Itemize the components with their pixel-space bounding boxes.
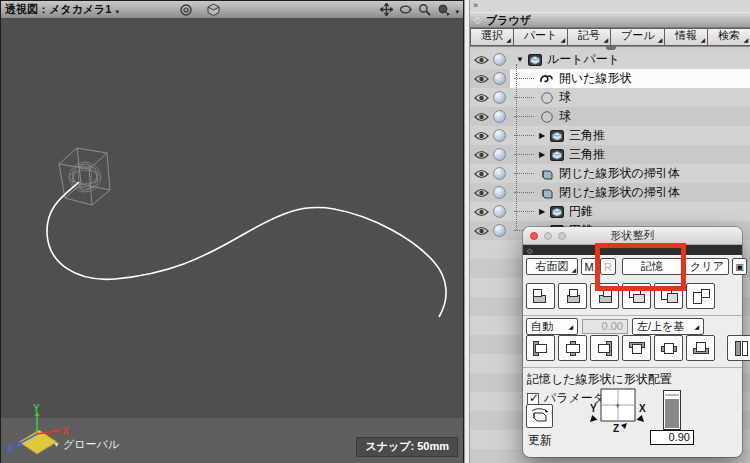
- expand-arrow-icon[interactable]: [536, 131, 548, 140]
- menu-button[interactable]: 記号 ◢: [567, 28, 610, 46]
- menu-button[interactable]: 選択 ◢: [470, 28, 513, 46]
- render-toggle-ball[interactable]: [493, 186, 506, 199]
- menu-dropdown-icon: ◢: [701, 36, 706, 43]
- tree-item-label[interactable]: 球: [559, 89, 571, 106]
- snap-status-badge: スナップ: 50mm: [356, 437, 458, 457]
- tree-row[interactable]: 三角推: [470, 145, 750, 164]
- tree-item-label[interactable]: 三角推: [569, 127, 605, 144]
- alignment-button[interactable]: [558, 283, 587, 309]
- visibility-eye-icon[interactable]: [474, 150, 493, 160]
- pan-tool-icon[interactable]: [379, 3, 393, 17]
- alignment-button[interactable]: [686, 283, 715, 309]
- place-on-curve-button[interactable]: [526, 404, 553, 428]
- browser-panel-title: ブラウザ: [486, 13, 531, 28]
- tree-item-label[interactable]: 球: [559, 108, 571, 125]
- tree-row[interactable]: 開いた線形状: [470, 69, 750, 88]
- distribute-button[interactable]: [590, 335, 619, 361]
- wireframe-cube[interactable]: [59, 148, 110, 205]
- panel-dock-button[interactable]: ▣: [732, 258, 747, 275]
- tree-row[interactable]: ルートパート: [470, 50, 750, 69]
- tree-item-label[interactable]: 開いた線形状: [559, 70, 632, 87]
- render-toggle-ball[interactable]: [493, 91, 506, 104]
- offset-value-field[interactable]: 0.00: [582, 319, 628, 334]
- distribute-button[interactable]: [686, 335, 715, 361]
- distribute-button[interactable]: [727, 335, 750, 361]
- rotate-tool-icon[interactable]: [398, 3, 412, 17]
- render-toggle-ball[interactable]: [493, 53, 506, 66]
- expand-arrow-icon[interactable]: [536, 207, 548, 216]
- update-label[interactable]: 更新: [528, 432, 552, 449]
- tree-row[interactable]: 円錐: [470, 202, 750, 221]
- browser-panel-header[interactable]: ◇ ブラウザ: [470, 12, 750, 28]
- axis-plane-selector[interactable]: + Y X Z: [585, 385, 649, 435]
- distribute-button[interactable]: [526, 335, 555, 361]
- render-toggle-ball[interactable]: [493, 167, 506, 180]
- value-slider[interactable]: [663, 390, 681, 430]
- visibility-eye-icon[interactable]: [474, 74, 493, 84]
- viewport-tools-dropdown-icon[interactable]: ▾: [455, 8, 459, 16]
- tree-row[interactable]: 閉じた線形状の掃引体: [470, 183, 750, 202]
- render-toggle-ball[interactable]: [493, 110, 506, 123]
- tree-item-label[interactable]: ルートパート: [547, 51, 620, 68]
- render-toggle-ball[interactable]: [493, 205, 506, 218]
- distribute-button[interactable]: [558, 335, 587, 361]
- zoom-tool-icon[interactable]: [417, 3, 431, 17]
- shading-cube-icon[interactable]: [207, 3, 221, 17]
- camera-orbit-icon[interactable]: [436, 3, 450, 17]
- visibility-eye-icon[interactable]: [474, 131, 493, 141]
- distribute-button[interactable]: [622, 335, 651, 361]
- tree-row[interactable]: 閉じた線形状の掃引体: [470, 164, 750, 183]
- tree-row[interactable]: 球: [470, 88, 750, 107]
- distribute-button[interactable]: [654, 335, 683, 361]
- visibility-eye-icon[interactable]: [474, 55, 493, 65]
- visibility-eye-icon[interactable]: [474, 226, 493, 236]
- part-icon: [526, 54, 543, 66]
- render-toggle-ball[interactable]: [493, 129, 506, 142]
- tree-item-label[interactable]: 円錐: [569, 203, 593, 220]
- alignment-glyph-icon: [563, 288, 582, 304]
- parameter-checkbox[interactable]: [527, 393, 539, 405]
- part-icon: [548, 130, 565, 142]
- expand-arrow-icon[interactable]: [514, 55, 526, 64]
- menu-button[interactable]: パート ◢: [513, 28, 567, 46]
- visibility-eye-icon[interactable]: [474, 207, 493, 217]
- spacing-mode-select[interactable]: 自動 ◢: [526, 318, 578, 335]
- dialog-divider: [523, 315, 742, 316]
- tree-row[interactable]: 球: [470, 107, 750, 126]
- tree-item-label[interactable]: 閉じた線形状の掃引体: [559, 184, 680, 201]
- view-select-button[interactable]: 右面図 ◢: [526, 258, 578, 275]
- open-line-shape-curve[interactable]: [47, 182, 446, 317]
- menu-button[interactable]: 検索 ◢: [707, 28, 750, 46]
- menu-dropdown-icon: ◢: [658, 36, 663, 43]
- visibility-eye-icon[interactable]: [474, 188, 493, 198]
- menu-button[interactable]: 情報 ◢: [664, 28, 707, 46]
- axis-z-label: Z: [7, 443, 13, 454]
- tree-item-label[interactable]: 閉じた線形状の掃引体: [559, 165, 680, 182]
- tree-connector-line: [514, 78, 534, 79]
- alignment-button[interactable]: [526, 283, 555, 309]
- viewport-title[interactable]: 透視図：メタカメラ1: [5, 2, 111, 17]
- expand-arrow-icon[interactable]: [536, 150, 548, 159]
- alignment-glyph-icon: [531, 288, 550, 304]
- parameter-value-field[interactable]: 0.90: [650, 430, 694, 445]
- camera-target-icon[interactable]: [179, 3, 193, 17]
- slider-fill: [665, 399, 679, 428]
- render-toggle-ball[interactable]: [493, 148, 506, 161]
- base-edge-select[interactable]: 左/上を基 ◢: [632, 318, 704, 335]
- axis-plus-mark: +: [615, 401, 620, 411]
- panel-collapse-chevrons[interactable]: »: [470, 0, 750, 12]
- render-toggle-ball[interactable]: [493, 224, 506, 237]
- alignment-glyph-icon: [691, 288, 710, 304]
- coordinate-space-selector[interactable]: ▼ グローバル: [53, 437, 119, 452]
- tree-row[interactable]: 三角推: [470, 126, 750, 145]
- distribute-button[interactable]: [718, 335, 724, 361]
- tree-item-label[interactable]: 三角推: [569, 146, 605, 163]
- render-toggle-ball[interactable]: [493, 72, 506, 85]
- visibility-eye-icon[interactable]: [474, 169, 493, 179]
- viewport-title-dropdown-icon[interactable]: ▾: [115, 8, 119, 16]
- menu-button[interactable]: ブール ◢: [610, 28, 664, 46]
- viewport-canvas[interactable]: [1, 19, 463, 418]
- visibility-eye-icon[interactable]: [474, 93, 493, 103]
- visibility-eye-icon[interactable]: [474, 112, 493, 122]
- clear-button[interactable]: クリア: [685, 258, 729, 275]
